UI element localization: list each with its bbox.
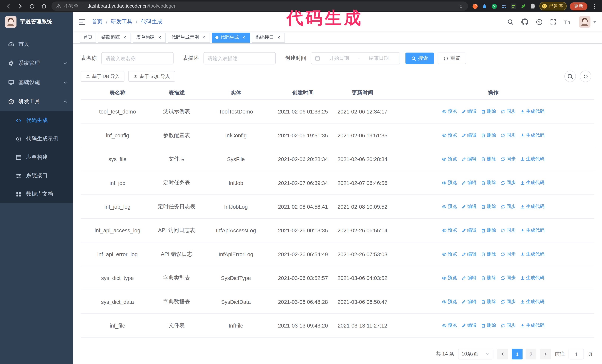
delete-link[interactable]: 删除 (481, 180, 496, 186)
delete-link[interactable]: 删除 (481, 299, 496, 305)
sync-link[interactable]: 同步 (501, 203, 516, 210)
tab-close-icon[interactable]: × (201, 35, 206, 40)
import-sql-button[interactable]: 基于 SQL 导入 (128, 71, 175, 82)
sidebar-item-dev-tools[interactable]: 研发工具 (0, 92, 73, 111)
import-db-button[interactable]: 基于 DB 导入 (81, 71, 124, 82)
github-icon[interactable] (521, 18, 528, 25)
delete-link[interactable]: 删除 (481, 251, 496, 257)
leaf-extension-icon[interactable] (520, 3, 526, 9)
sidebar-subitem-api[interactable]: 系统接口 (0, 166, 73, 185)
tab-codegen-example[interactable]: 代码生成示例× (168, 32, 210, 42)
logo[interactable]: 芋道管理系统 (0, 12, 73, 31)
question-icon[interactable]: ? (536, 19, 542, 25)
edit-link[interactable]: 编辑 (462, 180, 476, 186)
edit-link[interactable]: 编辑 (462, 251, 476, 257)
sidebar-subitem-codegen-example[interactable]: 代码生成示例 (0, 130, 73, 148)
tab-api[interactable]: 系统接口× (252, 32, 285, 42)
next-page-button[interactable] (540, 349, 551, 359)
preview-link[interactable]: 预览 (442, 156, 457, 162)
page-size-select[interactable]: 10条/页 (458, 349, 494, 359)
browser-menu-icon[interactable]: ⋮ (591, 3, 598, 9)
fullscreen-icon[interactable] (550, 19, 556, 25)
breadcrumb-item[interactable]: 代码生成 (141, 18, 162, 25)
generate-link[interactable]: 生成代码 (520, 299, 545, 305)
generate-link[interactable]: 生成代码 (520, 251, 545, 257)
reload-icon[interactable] (29, 3, 35, 9)
edit-link[interactable]: 编辑 (462, 108, 476, 114)
vimium-extension-icon[interactable]: V (491, 3, 497, 9)
preview-link[interactable]: 预览 (442, 299, 457, 305)
delete-link[interactable]: 删除 (481, 108, 496, 114)
forward-icon[interactable] (17, 3, 23, 9)
sidebar-item-system[interactable]: 系统管理 (0, 54, 73, 73)
sidebar-item-infra[interactable]: 基础设施 (0, 73, 73, 92)
generate-link[interactable]: 生成代码 (520, 227, 545, 233)
preview-link[interactable]: 预览 (442, 322, 457, 329)
water-drop-extension-icon[interactable] (481, 3, 487, 9)
sync-link[interactable]: 同步 (501, 275, 516, 281)
generate-link[interactable]: 生成代码 (520, 108, 545, 114)
preview-link[interactable]: 预览 (442, 203, 457, 210)
breadcrumb-item[interactable]: 研发工具 (111, 18, 132, 25)
edit-link[interactable]: 编辑 (462, 275, 476, 281)
edit-link[interactable]: 编辑 (462, 299, 476, 305)
preview-link[interactable]: 预览 (442, 132, 457, 138)
generate-link[interactable]: 生成代码 (520, 203, 545, 210)
user-menu[interactable] (579, 16, 597, 28)
prev-page-button[interactable] (497, 349, 508, 359)
preview-link[interactable]: 预览 (442, 180, 457, 186)
profile-paused-badge[interactable]: 已暂停 (539, 2, 567, 10)
edit-link[interactable]: 编辑 (462, 227, 476, 233)
sync-link[interactable]: 同步 (501, 132, 516, 138)
tab-home[interactable]: 首页 (80, 32, 96, 42)
delete-link[interactable]: 删除 (481, 203, 496, 210)
sidebar-subitem-db-doc[interactable]: 数据库文档 (0, 185, 73, 203)
sidebar-item-home[interactable]: 首页 (0, 34, 73, 54)
edit-link[interactable]: 编辑 (462, 156, 476, 162)
sync-link[interactable]: 同步 (501, 156, 516, 162)
sync-link[interactable]: 同步 (501, 299, 516, 305)
generate-link[interactable]: 生成代码 (520, 322, 545, 329)
edit-link[interactable]: 编辑 (462, 203, 476, 210)
delete-link[interactable]: 删除 (481, 132, 496, 138)
tab-close-icon[interactable]: × (276, 35, 281, 40)
sync-link[interactable]: 同步 (501, 322, 516, 329)
refresh-table-button[interactable] (580, 71, 591, 82)
edit-link[interactable]: 编辑 (462, 322, 476, 329)
orange-extension-icon[interactable] (472, 3, 478, 9)
table-name-input[interactable] (101, 52, 173, 64)
tab-form-builder[interactable]: 表单构建× (133, 32, 166, 42)
sidebar-subitem-form-builder[interactable]: 表单构建 (0, 148, 73, 166)
preview-link[interactable]: 预览 (442, 227, 457, 233)
sync-link[interactable]: 同步 (501, 180, 516, 186)
page-2-button[interactable]: 2 (526, 349, 537, 359)
people-extension-icon[interactable] (501, 3, 507, 9)
date-range-picker[interactable]: 开始日期 - 结束日期 (311, 52, 400, 64)
preview-link[interactable]: 预览 (442, 108, 457, 114)
font-size-icon[interactable]: TT (564, 19, 571, 25)
home-icon[interactable] (41, 3, 47, 9)
generate-link[interactable]: 生成代码 (520, 275, 545, 281)
breadcrumb-item[interactable]: 首页 (92, 18, 102, 25)
generate-link[interactable]: 生成代码 (520, 132, 545, 138)
preview-link[interactable]: 预览 (442, 251, 457, 257)
edit-link[interactable]: 编辑 (462, 132, 476, 138)
search-icon[interactable] (507, 19, 514, 25)
tab-close-icon[interactable]: × (241, 35, 247, 40)
delete-link[interactable]: 删除 (481, 227, 496, 233)
tab-close-icon[interactable]: × (122, 35, 128, 40)
generate-link[interactable]: 生成代码 (520, 156, 545, 162)
page-1-button[interactable]: 1 (512, 349, 523, 359)
puzzle-extensions-menu-icon[interactable] (529, 3, 536, 9)
search-button[interactable]: 搜索 (406, 52, 434, 64)
delete-link[interactable]: 删除 (481, 156, 496, 162)
generate-link[interactable]: 生成代码 (520, 180, 545, 186)
delete-link[interactable]: 删除 (481, 322, 496, 329)
back-icon[interactable] (5, 3, 11, 9)
sync-link[interactable]: 同步 (501, 108, 516, 114)
goto-page-input[interactable] (569, 349, 584, 359)
table-desc-input[interactable] (204, 52, 276, 64)
sync-link[interactable]: 同步 (501, 251, 516, 257)
hamburger-icon[interactable] (73, 19, 92, 25)
hide-search-button[interactable] (564, 71, 576, 82)
